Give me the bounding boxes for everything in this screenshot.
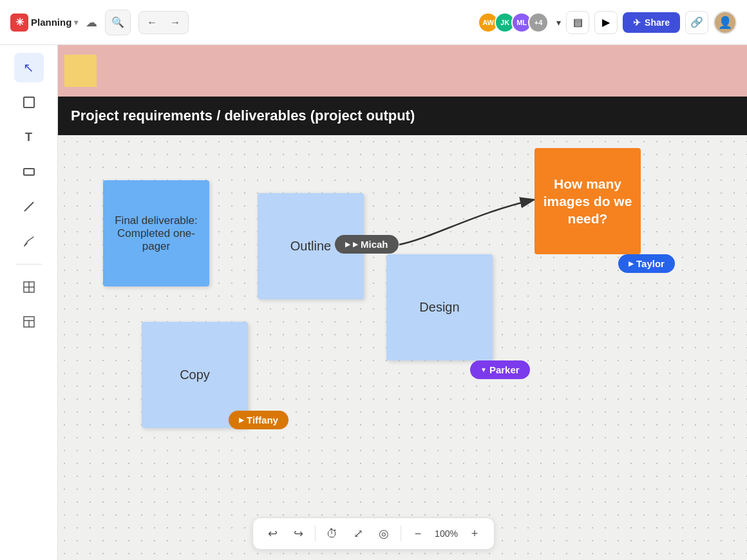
play-button[interactable]: ▶ — [594, 11, 618, 34]
cursor-parker: ▼ Parker — [470, 360, 530, 379]
cursor-micah-label: Micah — [361, 239, 388, 250]
location-icon: ◎ — [379, 527, 389, 541]
note-final-deliverable[interactable]: Final deliverable: Completed one-pager — [103, 180, 209, 286]
tool-line[interactable] — [14, 192, 44, 221]
cursor-taylor-icon: ▶ — [629, 260, 634, 267]
toolbar-divider-2 — [401, 526, 401, 541]
note-design-text: Design — [419, 300, 459, 315]
history-icon: ⏱ — [326, 527, 338, 541]
present-icon: ▤ — [573, 16, 583, 28]
canvas-inner: Final deliverable: Completed one-pager O… — [58, 135, 747, 560]
search-button[interactable]: 🔍 — [105, 10, 131, 35]
banner — [58, 45, 747, 97]
chevron-down-icon: ▾ — [74, 18, 78, 27]
avatar-count: +4 — [528, 12, 549, 33]
play-icon: ▶ — [602, 16, 610, 28]
note-final-text: Final deliverable: Completed one-pager — [112, 214, 200, 253]
cursor-micah: ▶ Micah — [335, 235, 399, 254]
tool-frame[interactable] — [14, 88, 44, 117]
collaborators-area: AW JK ML +4 ▾ ▤ ▶ ✈ Share 🔗 👤 — [478, 11, 737, 34]
logo-button[interactable]: ✳ Planning ▾ — [10, 14, 78, 32]
bottom-redo-button[interactable]: ↪ — [287, 522, 310, 545]
section-header: Project requirements / deliverables (pro… — [58, 97, 747, 135]
cursor-micah-icon: ▶ — [353, 241, 358, 248]
toolbar-divider-1 — [315, 526, 316, 541]
cursor-taylor-label: Taylor — [636, 258, 665, 269]
app-name: Planning — [31, 17, 71, 28]
tool-table[interactable] — [14, 272, 44, 302]
zoom-out-icon: − — [415, 527, 422, 541]
history-button[interactable]: ⏱ — [321, 522, 344, 545]
svg-line-2 — [24, 202, 33, 211]
user-avatar[interactable]: 👤 — [714, 11, 737, 34]
zoom-out-button[interactable]: − — [406, 522, 430, 545]
svg-rect-1 — [24, 169, 34, 175]
location-button[interactable]: ◎ — [372, 522, 395, 545]
redo-button[interactable]: → — [165, 14, 185, 31]
fullscreen-icon: ⤢ — [354, 527, 363, 541]
cursor-taylor: ▶ Taylor — [618, 254, 675, 273]
logo-icon: ✳ — [10, 14, 28, 32]
tool-shape[interactable] — [14, 157, 44, 187]
link-icon: 🔗 — [690, 16, 703, 28]
cursor-parker-label: Parker — [489, 364, 520, 375]
bottom-toolbar: ↩ ↪ ⏱ ⤢ ◎ − 100% + — [252, 518, 495, 550]
note-outline-text: Outline — [290, 239, 331, 254]
tool-select[interactable]: ↖ — [14, 53, 44, 82]
undo-button[interactable]: ← — [142, 14, 162, 31]
fullscreen-button[interactable]: ⤢ — [346, 522, 370, 545]
undo-redo-group: ← → — [138, 11, 189, 34]
cloud-button[interactable]: ☁ — [86, 15, 97, 30]
search-icon: 🔍 — [111, 16, 124, 28]
tool-pencil[interactable] — [14, 227, 44, 256]
collaborators-dropdown-button[interactable]: ▾ — [556, 17, 561, 28]
bottom-undo-button[interactable]: ↩ — [261, 522, 284, 545]
cursor-tiffany-label: Tiffany — [247, 415, 278, 425]
note-copy-text: Copy — [180, 368, 210, 382]
canvas[interactable]: Project requirements / deliverables (pro… — [58, 97, 747, 560]
cloud-icon: ☁ — [86, 15, 97, 30]
tool-text[interactable]: T — [14, 122, 44, 152]
present-button[interactable]: ▤ — [566, 11, 589, 34]
share-plane-icon: ✈ — [633, 17, 641, 28]
undo-icon: ↩ — [268, 527, 278, 541]
share-button[interactable]: ✈ Share — [623, 12, 680, 33]
sidebar-divider — [16, 264, 42, 265]
svg-rect-0 — [24, 97, 34, 107]
link-button[interactable]: 🔗 — [685, 11, 708, 34]
section-title: Project requirements / deliverables (pro… — [71, 107, 415, 124]
cursor-parker-icon: ▼ — [480, 366, 487, 373]
orange-box-text: How many images do we need? — [542, 175, 633, 228]
avatar-group: AW JK ML +4 — [478, 12, 549, 33]
sidebar: ↖ T — [0, 45, 58, 560]
orange-question-box[interactable]: How many images do we need? — [534, 148, 641, 254]
banner-sticky-note — [64, 55, 97, 87]
redo-icon: ↪ — [294, 527, 303, 541]
cursor-tiffany-icon: ▶ — [239, 416, 244, 424]
topbar: ✳ Planning ▾ ☁ 🔍 ← → AW JK ML +4 ▾ ▤ ▶ ✈… — [0, 0, 747, 45]
note-design[interactable]: Design — [386, 254, 493, 360]
zoom-level: 100% — [432, 528, 460, 539]
zoom-in-button[interactable]: + — [463, 522, 486, 545]
cursor-tiffany: ▶ Tiffany — [229, 411, 288, 429]
tool-layout[interactable] — [14, 307, 44, 337]
zoom-in-icon: + — [471, 527, 478, 541]
